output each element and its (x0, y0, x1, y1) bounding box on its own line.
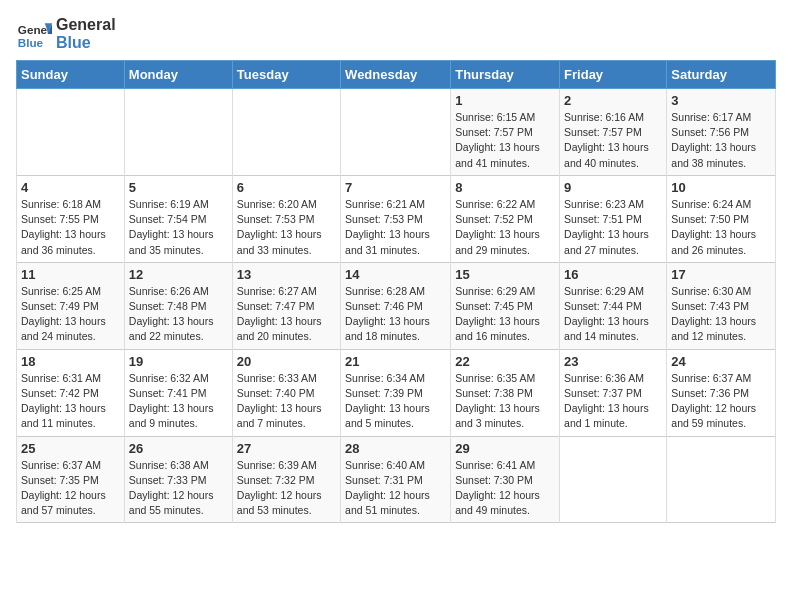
calendar-cell (667, 436, 776, 523)
day-number: 23 (564, 354, 662, 369)
day-info-line: Daylight: 13 hours (671, 141, 756, 153)
day-info-line: Daylight: 13 hours (129, 402, 214, 414)
day-info: Sunrise: 6:17 AMSunset: 7:56 PMDaylight:… (671, 110, 771, 171)
day-info-line: Daylight: 13 hours (129, 315, 214, 327)
day-number: 15 (455, 267, 555, 282)
day-info-line: and 22 minutes. (129, 330, 204, 342)
col-header-saturday: Saturday (667, 61, 776, 89)
day-info: Sunrise: 6:35 AMSunset: 7:38 PMDaylight:… (455, 371, 555, 432)
day-info: Sunrise: 6:29 AMSunset: 7:44 PMDaylight:… (564, 284, 662, 345)
day-info-line: and 12 minutes. (671, 330, 746, 342)
day-info-line: Sunrise: 6:17 AM (671, 111, 751, 123)
day-info-line: Sunset: 7:38 PM (455, 387, 533, 399)
day-number: 19 (129, 354, 228, 369)
calendar-week-5: 25Sunrise: 6:37 AMSunset: 7:35 PMDayligh… (17, 436, 776, 523)
day-info-line: Sunset: 7:51 PM (564, 213, 642, 225)
day-info-line: Sunrise: 6:35 AM (455, 372, 535, 384)
day-info: Sunrise: 6:36 AMSunset: 7:37 PMDaylight:… (564, 371, 662, 432)
day-info: Sunrise: 6:20 AMSunset: 7:53 PMDaylight:… (237, 197, 336, 258)
day-info-line: Daylight: 13 hours (564, 315, 649, 327)
day-info: Sunrise: 6:29 AMSunset: 7:45 PMDaylight:… (455, 284, 555, 345)
day-info-line: Daylight: 12 hours (671, 402, 756, 414)
day-info-line: Sunset: 7:31 PM (345, 474, 423, 486)
day-info-line: Sunset: 7:36 PM (671, 387, 749, 399)
day-info-line: Sunset: 7:49 PM (21, 300, 99, 312)
day-info-line: Daylight: 13 hours (345, 228, 430, 240)
day-info: Sunrise: 6:23 AMSunset: 7:51 PMDaylight:… (564, 197, 662, 258)
day-info-line: Sunrise: 6:36 AM (564, 372, 644, 384)
day-info-line: Daylight: 13 hours (455, 315, 540, 327)
header-area: General Blue General Blue (16, 16, 776, 52)
day-number: 14 (345, 267, 446, 282)
calendar-cell: 22Sunrise: 6:35 AMSunset: 7:38 PMDayligh… (451, 349, 560, 436)
day-info-line: and 49 minutes. (455, 504, 530, 516)
day-number: 1 (455, 93, 555, 108)
day-info-line: and 16 minutes. (455, 330, 530, 342)
day-info: Sunrise: 6:22 AMSunset: 7:52 PMDaylight:… (455, 197, 555, 258)
day-number: 16 (564, 267, 662, 282)
day-info-line: Sunrise: 6:21 AM (345, 198, 425, 210)
calendar-week-3: 11Sunrise: 6:25 AMSunset: 7:49 PMDayligh… (17, 262, 776, 349)
day-info-line: Sunset: 7:53 PM (237, 213, 315, 225)
day-info-line: Daylight: 13 hours (21, 402, 106, 414)
day-number: 20 (237, 354, 336, 369)
day-info: Sunrise: 6:24 AMSunset: 7:50 PMDaylight:… (671, 197, 771, 258)
day-info-line: Sunset: 7:43 PM (671, 300, 749, 312)
day-info-line: Sunrise: 6:16 AM (564, 111, 644, 123)
day-info-line: and 27 minutes. (564, 244, 639, 256)
day-info-line: Sunset: 7:45 PM (455, 300, 533, 312)
day-info: Sunrise: 6:19 AMSunset: 7:54 PMDaylight:… (129, 197, 228, 258)
day-info-line: Sunset: 7:57 PM (455, 126, 533, 138)
day-info-line: and 51 minutes. (345, 504, 420, 516)
day-info-line: Sunrise: 6:41 AM (455, 459, 535, 471)
day-info-line: and 7 minutes. (237, 417, 306, 429)
day-info-line: and 20 minutes. (237, 330, 312, 342)
day-info-line: and 55 minutes. (129, 504, 204, 516)
calendar-cell (341, 89, 451, 176)
day-number: 9 (564, 180, 662, 195)
day-info-line: and 53 minutes. (237, 504, 312, 516)
day-info-line: Sunrise: 6:33 AM (237, 372, 317, 384)
day-info: Sunrise: 6:41 AMSunset: 7:30 PMDaylight:… (455, 458, 555, 519)
day-info-line: and 35 minutes. (129, 244, 204, 256)
day-info-line: Sunset: 7:46 PM (345, 300, 423, 312)
logo-icon: General Blue (16, 16, 52, 52)
day-info-line: Sunset: 7:54 PM (129, 213, 207, 225)
calendar-week-2: 4Sunrise: 6:18 AMSunset: 7:55 PMDaylight… (17, 175, 776, 262)
calendar-cell: 6Sunrise: 6:20 AMSunset: 7:53 PMDaylight… (232, 175, 340, 262)
day-info-line: Daylight: 13 hours (21, 228, 106, 240)
day-number: 27 (237, 441, 336, 456)
calendar-week-1: 1Sunrise: 6:15 AMSunset: 7:57 PMDaylight… (17, 89, 776, 176)
calendar-cell: 10Sunrise: 6:24 AMSunset: 7:50 PMDayligh… (667, 175, 776, 262)
logo-text-blue: Blue (56, 34, 116, 52)
day-number: 11 (21, 267, 120, 282)
day-info-line: Sunset: 7:32 PM (237, 474, 315, 486)
logo-text-general: General (56, 16, 116, 34)
day-info-line: Daylight: 13 hours (129, 228, 214, 240)
day-info: Sunrise: 6:31 AMSunset: 7:42 PMDaylight:… (21, 371, 120, 432)
day-info: Sunrise: 6:25 AMSunset: 7:49 PMDaylight:… (21, 284, 120, 345)
day-info-line: and 14 minutes. (564, 330, 639, 342)
calendar-cell: 11Sunrise: 6:25 AMSunset: 7:49 PMDayligh… (17, 262, 125, 349)
day-info: Sunrise: 6:26 AMSunset: 7:48 PMDaylight:… (129, 284, 228, 345)
day-info: Sunrise: 6:15 AMSunset: 7:57 PMDaylight:… (455, 110, 555, 171)
day-info-line: and 1 minute. (564, 417, 628, 429)
day-number: 25 (21, 441, 120, 456)
day-info-line: Daylight: 12 hours (345, 489, 430, 501)
day-info-line: Sunset: 7:41 PM (129, 387, 207, 399)
day-info-line: Daylight: 12 hours (455, 489, 540, 501)
day-info-line: and 38 minutes. (671, 157, 746, 169)
day-info-line: Sunrise: 6:38 AM (129, 459, 209, 471)
day-info-line: and 36 minutes. (21, 244, 96, 256)
calendar-cell: 8Sunrise: 6:22 AMSunset: 7:52 PMDaylight… (451, 175, 560, 262)
calendar-cell: 3Sunrise: 6:17 AMSunset: 7:56 PMDaylight… (667, 89, 776, 176)
day-number: 21 (345, 354, 446, 369)
calendar-cell: 4Sunrise: 6:18 AMSunset: 7:55 PMDaylight… (17, 175, 125, 262)
calendar-cell: 26Sunrise: 6:38 AMSunset: 7:33 PMDayligh… (124, 436, 232, 523)
day-number: 3 (671, 93, 771, 108)
calendar-cell: 2Sunrise: 6:16 AMSunset: 7:57 PMDaylight… (560, 89, 667, 176)
day-info-line: Daylight: 13 hours (237, 402, 322, 414)
day-info-line: and 5 minutes. (345, 417, 414, 429)
day-number: 12 (129, 267, 228, 282)
calendar-cell: 14Sunrise: 6:28 AMSunset: 7:46 PMDayligh… (341, 262, 451, 349)
